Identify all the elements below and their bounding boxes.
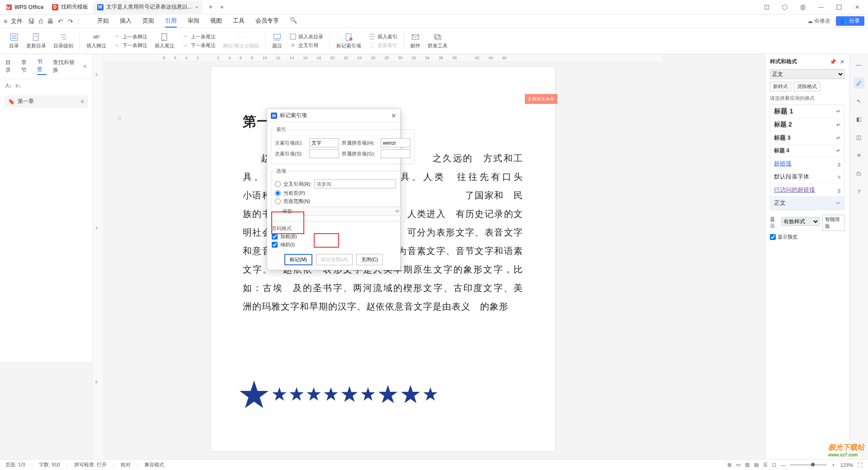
nav-tab-chapter[interactable]: 章节 — [21, 59, 31, 74]
print-preview-icon[interactable]: ⎙ — [39, 18, 42, 25]
close-icon[interactable]: ✕ — [848, 0, 866, 14]
style-visited-link[interactable]: 已访问的超链接a — [770, 183, 844, 197]
mark-index-button[interactable]: 标记索引项 — [333, 30, 365, 52]
crossref-radio[interactable] — [275, 181, 281, 187]
smart-layout-button[interactable]: 智能排版 — [822, 215, 844, 231]
nav-close-icon[interactable]: ✕ — [83, 63, 87, 70]
sub-entry-input[interactable] — [309, 149, 339, 158]
tab-menu-dropdown[interactable]: ▾ — [221, 4, 223, 10]
crossref-button[interactable]: 交叉引用 — [289, 42, 318, 49]
tab-document[interactable]: W 文字是人类用符号记录表达信息以… ▾ — [93, 1, 203, 14]
style-heading3[interactable]: 标题 3↵ — [770, 132, 844, 145]
bookmark-item[interactable]: 🔖 第一章 ✕ — [5, 95, 88, 108]
insert-index-button[interactable]: 插入索引 — [368, 33, 397, 40]
zoom-slider[interactable] — [790, 464, 826, 465]
reader-mode-icon[interactable] — [758, 0, 776, 14]
fit-icon[interactable]: ◻ — [772, 462, 776, 468]
page-range-radio[interactable] — [275, 198, 281, 204]
hamburger-icon[interactable]: ≡ — [4, 18, 7, 25]
nav-tab-findreplace[interactable]: 查找和替换 — [53, 59, 76, 74]
avatar-icon[interactable] — [794, 0, 812, 14]
style-heading2[interactable]: 标题 2↵ — [770, 118, 844, 132]
panel-close-icon[interactable]: ✕ — [840, 59, 844, 65]
tab-insert[interactable]: 插入 — [120, 15, 132, 28]
pinyin2-input[interactable] — [381, 149, 410, 158]
file-menu[interactable]: 文件 — [11, 17, 23, 25]
zoom-out-icon[interactable]: — — [781, 462, 786, 468]
mark-button[interactable]: 标记(M) — [284, 254, 313, 265]
pin-icon[interactable]: 📌 — [830, 59, 836, 65]
redo-icon[interactable]: ↷ — [68, 18, 73, 25]
properties-icon[interactable]: ◧ — [854, 114, 864, 125]
next-endnote-button[interactable]: 下一条尾注 — [182, 42, 216, 49]
tab-home[interactable]: 开始 — [97, 15, 109, 28]
tab-tools[interactable]: 工具 — [233, 15, 245, 28]
minimize-icon[interactable]: — — [812, 0, 830, 14]
toc-button[interactable]: 目录 — [5, 30, 23, 52]
cloud-modified[interactable]: ☁ 有修改 — [807, 17, 830, 25]
nav-tab-toc[interactable]: 目录 — [5, 59, 15, 74]
sort-list-icon[interactable]: ≡↓ — [15, 83, 21, 89]
help-icon[interactable]: ？ — [854, 186, 864, 197]
view-mode4-icon[interactable]: ☰ — [763, 462, 768, 468]
insert-footnote-button[interactable]: ab¹插入脚注 — [83, 30, 110, 52]
crossref-input[interactable] — [314, 179, 396, 188]
fullscreen-icon[interactable]: ⛶ — [858, 462, 863, 468]
bold-checkbox[interactable] — [272, 234, 278, 240]
pinyin1-input[interactable] — [381, 138, 410, 147]
maximize-icon[interactable] — [830, 0, 848, 14]
mass-send-button[interactable]: 群发工具 — [424, 30, 451, 52]
page-indicator[interactable]: 页面: 1/3 — [5, 461, 25, 468]
next-footnote-button[interactable]: 下一条脚注 — [113, 42, 147, 49]
grid-view-icon[interactable]: ⊞ — [727, 462, 731, 468]
tab-page[interactable]: 页面 — [142, 15, 154, 28]
tab-member[interactable]: 会员专享 — [255, 15, 279, 28]
insert-figure-toc-button[interactable]: 插入表目录 — [289, 33, 323, 40]
tab-references[interactable]: 引用 — [165, 15, 177, 28]
mail-button[interactable]: 邮件 — [407, 30, 424, 52]
clear-format-button[interactable]: 清除格式 — [794, 82, 820, 91]
close-button[interactable]: 关闭(C) — [356, 254, 383, 265]
add-tab[interactable]: ＋ — [203, 2, 219, 12]
view-mode3-icon[interactable]: ▤ — [754, 462, 759, 468]
view-mode1-icon[interactable]: ▭ — [736, 462, 741, 468]
backup-icon[interactable]: 🗀 — [854, 168, 864, 179]
prev-endnote-button[interactable]: 上一条尾注 — [182, 33, 216, 40]
collapse-icon[interactable]: — — [854, 60, 864, 70]
current-page-radio[interactable] — [275, 190, 281, 196]
zoom-in-icon[interactable]: ＋ — [831, 461, 836, 468]
tab-template[interactable]: D 找稻壳模板 — [47, 1, 93, 14]
spell-check-status[interactable]: 拼写检查: 打开 — [74, 461, 107, 468]
layers-icon[interactable]: ◫ — [854, 132, 864, 143]
dialog-close-icon[interactable]: ✕ — [391, 112, 396, 119]
style-hyperlink[interactable]: 超链接a — [770, 157, 844, 170]
italic-checkbox[interactable] — [272, 242, 278, 248]
caption-button[interactable]: 题注 — [269, 30, 286, 52]
bookmark-delete-icon[interactable]: ✕ — [80, 99, 85, 105]
new-style-button[interactable]: 新样式 — [770, 82, 791, 91]
view-mode2-icon[interactable]: ▥ — [745, 462, 750, 468]
zoom-value[interactable]: 123% — [840, 462, 853, 468]
sort-az-icon[interactable]: A↓ — [5, 83, 12, 89]
insert-endnote-button[interactable]: 1插入尾注 — [151, 30, 178, 52]
tab-review[interactable]: 审阅 — [188, 15, 199, 28]
drag-handle-icon[interactable]: ⠿ — [118, 116, 122, 122]
toc-level-button[interactable]: 目录级别 — [50, 30, 77, 52]
main-entry-input[interactable] — [309, 138, 339, 147]
style-arrow-icon[interactable]: ↖ — [854, 96, 864, 107]
format-brush-icon[interactable]: 🖊 — [854, 78, 864, 89]
style-body[interactable]: 正文↵ — [770, 197, 844, 210]
print-icon[interactable]: 🖶 — [47, 18, 53, 25]
save-icon[interactable]: 🖫 — [28, 18, 34, 25]
word-count[interactable]: 字数: 910 — [39, 461, 60, 468]
tab-view[interactable]: 视图 — [210, 15, 222, 28]
show-select[interactable]: 有效样式 — [781, 217, 820, 226]
cube-icon[interactable] — [776, 0, 794, 14]
preview-checkbox[interactable] — [770, 234, 776, 240]
style-default-para[interactable]: 默认段落字体a — [770, 170, 844, 183]
search-icon[interactable]: 🔍 — [290, 15, 297, 28]
update-toc-button[interactable]: 更新目录 — [23, 30, 50, 52]
style-heading1[interactable]: 标题 1↵ — [770, 105, 844, 118]
undo-icon[interactable]: ↶ — [58, 18, 63, 25]
proofing-status[interactable]: 校对 — [121, 461, 131, 468]
